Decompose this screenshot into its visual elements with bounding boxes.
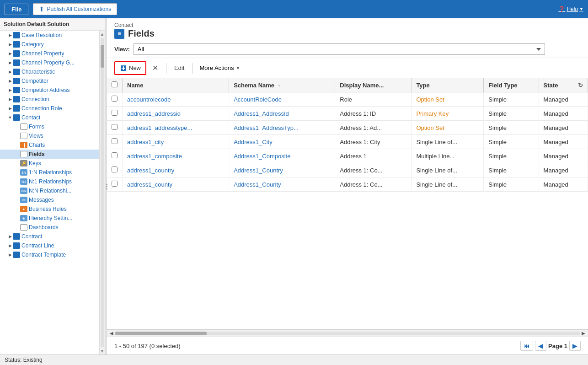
sidebar-item-keys[interactable]: 🔑Keys — [0, 159, 99, 168]
row-checkbox[interactable] — [112, 96, 118, 102]
cell-type: Single Line of... — [412, 177, 484, 192]
cell-field-type: Simple — [484, 92, 539, 107]
sidebar-item-connection[interactable]: ▶Connection — [0, 95, 99, 104]
page-title: ≡ Fields — [114, 28, 581, 39]
sidebar-item-dashboards[interactable]: Dashboards — [0, 223, 99, 232]
table-row[interactable]: address1_city Address1_City Address 1: C… — [107, 135, 588, 149]
sidebar-item-business-rules[interactable]: ●Business Rules — [0, 204, 99, 214]
next-page-button[interactable]: ▶ — [569, 341, 581, 351]
toolbar-separator-2 — [192, 63, 192, 74]
tree-arrow-connection: ▶ — [7, 97, 13, 102]
publish-button[interactable]: ⬆ Publish All Customizations — [33, 3, 117, 15]
sidebar-item-contract-line[interactable]: ▶Contract Line — [0, 241, 99, 250]
sidebar-scroll-up[interactable]: ▲ — [100, 32, 105, 37]
tree-icon-dashboards — [20, 224, 27, 231]
tree-label-connection-role: Connection Role — [21, 105, 62, 112]
sidebar-item-rel-nn[interactable]: NNN:N Relationshi... — [0, 186, 99, 195]
sidebar-item-contract[interactable]: ▶Contract — [0, 232, 99, 241]
help-link[interactable]: ❓ Help ▼ — [558, 6, 583, 12]
row-checkbox-cell — [107, 177, 123, 192]
sidebar-item-contact[interactable]: ▼Contact — [0, 113, 99, 122]
sidebar-item-rel-1n[interactable]: 1N1:N Relationships — [0, 168, 99, 177]
table-row[interactable]: address1_addresstype... Address1_Address… — [107, 121, 588, 135]
view-select[interactable]: All Custom Customizable Managed Unmanage… — [134, 43, 545, 55]
refresh-icon[interactable]: ↻ — [578, 82, 583, 89]
sidebar-item-charts[interactable]: ▐Charts — [0, 140, 99, 150]
sidebar-item-forms[interactable]: Forms — [0, 122, 99, 131]
page-label: Page 1 — [548, 343, 567, 349]
new-button[interactable]: New — [114, 61, 146, 75]
row-checkbox[interactable] — [112, 110, 118, 116]
tree-label-characteristic: Characteristic — [21, 69, 55, 75]
table-row[interactable]: address1_county Address1_County Address … — [107, 177, 588, 192]
cell-type: Single Line of... — [412, 135, 484, 149]
row-checkbox[interactable] — [112, 166, 118, 172]
sidebar-item-fields[interactable]: Fields — [0, 150, 99, 159]
row-checkbox-cell — [107, 107, 123, 121]
sidebar-item-views[interactable]: Views — [0, 131, 99, 140]
col-name[interactable]: Name — [123, 78, 229, 92]
sidebar-item-competitor[interactable]: ▶Competitor — [0, 76, 99, 86]
col-type[interactable]: Type — [412, 78, 484, 92]
sidebar-item-hierarchy-settings[interactable]: ◈Hierarchy Settin... — [0, 214, 99, 223]
sidebar-item-channel-property[interactable]: ▶Channel Property — [0, 49, 99, 58]
first-page-button[interactable]: ⏮ — [520, 341, 533, 351]
tree-label-rel-n1: N:1 Relationships — [29, 178, 72, 185]
sidebar-item-channel-property-g[interactable]: ▶Channel Property G... — [0, 58, 99, 67]
table-footer: 1 - 50 of 197 (0 selected) ⏮ ◀ Page 1 ▶ — [107, 337, 588, 354]
horizontal-scrollbar[interactable]: ◀ ▶ — [107, 329, 588, 337]
h-scroll-right[interactable]: ▶ — [580, 331, 587, 336]
tree-icon-forms — [20, 123, 27, 130]
sidebar-item-rel-n1[interactable]: N1N:1 Relationships — [0, 177, 99, 186]
cell-state: Managed — [539, 92, 588, 107]
select-all-checkbox[interactable] — [112, 81, 118, 87]
row-checkbox-cell — [107, 163, 123, 177]
h-scroll-left[interactable]: ◀ — [108, 331, 115, 336]
sidebar-item-case-resolution[interactable]: ▶Case Resolution — [0, 31, 99, 40]
record-count: 1 - 50 of 197 (0 selected) — [114, 343, 181, 349]
sidebar-item-messages[interactable]: ✉Messages — [0, 195, 99, 204]
row-checkbox[interactable] — [112, 152, 118, 158]
resize-handle[interactable] — [105, 18, 107, 354]
row-checkbox[interactable] — [112, 138, 118, 144]
cell-field-type: Simple — [484, 107, 539, 121]
col-display-name[interactable]: Display Name... — [335, 78, 412, 92]
table-row[interactable]: address1_composite Address1_Composite Ad… — [107, 149, 588, 163]
tree-arrow-channel-property-g: ▶ — [7, 60, 13, 65]
cell-type: Multiple Line... — [412, 149, 484, 163]
table-row[interactable]: address1_addressid Address1_AddressId Ad… — [107, 107, 588, 121]
file-button[interactable]: File — [5, 4, 28, 15]
tree-arrow-competitor-address: ▶ — [7, 88, 13, 92]
tree-label-category: Category — [21, 41, 44, 48]
sidebar-item-characteristic[interactable]: ▶Characteristic — [0, 67, 99, 76]
sidebar-item-contract-template[interactable]: ▶Contract Template — [0, 250, 99, 259]
sidebar-tree: ▶Case Resolution▶Category▶Channel Proper… — [0, 31, 99, 354]
tree-label-charts: Charts — [29, 142, 45, 148]
col-state[interactable]: State ↻ — [539, 78, 588, 92]
table-row[interactable]: address1_country Address1_Country Addres… — [107, 163, 588, 177]
tree-label-channel-property-g: Channel Property G... — [21, 59, 75, 66]
delete-button[interactable]: ✕ — [147, 61, 163, 75]
tree-label-views: Views — [29, 133, 43, 139]
sidebar-scroll-down[interactable]: ▼ — [100, 349, 105, 354]
tree-icon-channel-property-g — [13, 59, 20, 66]
prev-page-button[interactable]: ◀ — [535, 341, 546, 351]
col-field-type[interactable]: Field Type — [484, 78, 539, 92]
row-checkbox[interactable] — [112, 181, 118, 187]
cell-name: accountrolecode — [123, 92, 229, 107]
sidebar-item-competitor-address[interactable]: ▶Competitor Address — [0, 86, 99, 95]
sidebar-item-category[interactable]: ▶Category — [0, 40, 99, 49]
more-actions-button[interactable]: More Actions ▼ — [195, 62, 244, 74]
edit-button[interactable]: Edit — [169, 62, 189, 74]
tree-arrow-connection-role: ▶ — [7, 106, 13, 111]
table-container: Name Schema Name ↑ Display Name... Type — [107, 78, 588, 354]
row-checkbox[interactable] — [112, 124, 118, 130]
table-row[interactable]: accountrolecode AccountRoleCode Role Opt… — [107, 92, 588, 107]
tree-icon-contract-line — [13, 242, 20, 249]
table-wrapper[interactable]: Name Schema Name ↑ Display Name... Type — [107, 78, 588, 329]
cell-name: address1_country — [123, 163, 229, 177]
sidebar-item-connection-role[interactable]: ▶Connection Role — [0, 104, 99, 113]
cell-display: Address 1: Ad... — [335, 121, 412, 135]
cell-field-type: Simple — [484, 149, 539, 163]
col-schema-name[interactable]: Schema Name ↑ — [229, 78, 335, 92]
